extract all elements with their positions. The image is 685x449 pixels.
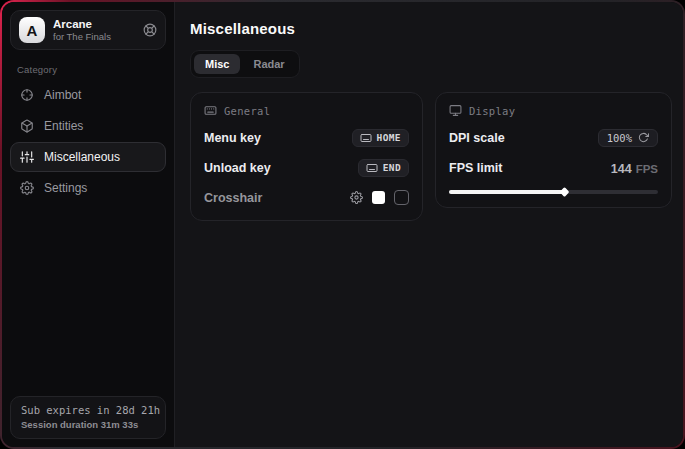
keyboard-icon <box>366 162 378 174</box>
life-buoy-icon[interactable] <box>143 23 157 37</box>
sliders-icon <box>20 150 34 164</box>
app-logo: A <box>19 17 45 43</box>
sidebar: A Arcane for The Finals Category Aimbot <box>2 2 175 447</box>
page-title: Miscellaneous <box>190 20 672 37</box>
sidebar-nav: Aimbot Entities Miscellaneous <box>10 80 166 203</box>
sidebar-item-miscellaneous[interactable]: Miscellaneous <box>10 142 166 172</box>
sidebar-item-aimbot[interactable]: Aimbot <box>10 80 166 110</box>
app-window: A Arcane for The Finals Category Aimbot <box>2 2 683 447</box>
session-duration-text: Session duration 31m 33s <box>21 419 155 430</box>
sidebar-item-label: Aimbot <box>44 88 81 102</box>
card-title: Display <box>469 105 515 117</box>
main-panel: Miscellaneous Misc Radar General Menu ke… <box>175 2 683 447</box>
fps-limit-row: FPS limit 144FPS <box>449 158 658 177</box>
crosshair-color-swatch[interactable] <box>372 191 385 204</box>
crosshair-row: Crosshair <box>204 188 409 207</box>
fps-limit-unit: FPS <box>636 163 658 175</box>
sidebar-item-label: Entities <box>44 119 83 133</box>
fps-limit-slider[interactable] <box>449 190 658 194</box>
monitor-icon <box>449 104 462 117</box>
menu-key-value: HOME <box>377 132 401 143</box>
menu-key-label: Menu key <box>204 131 261 145</box>
tab-misc[interactable]: Misc <box>194 54 240 74</box>
fps-slider-thumb[interactable] <box>559 187 569 197</box>
fps-limit-label: FPS limit <box>449 161 502 175</box>
general-card: General Menu key HOME Unload key <box>190 92 423 221</box>
crosshair-icon <box>20 88 34 102</box>
tab-radar[interactable]: Radar <box>242 54 295 74</box>
fps-limit-value: 144 <box>611 162 632 176</box>
subscription-card: Sub expires in 28d 21h Session duration … <box>10 396 166 439</box>
refresh-icon <box>638 132 649 143</box>
app-name: Arcane <box>53 17 111 31</box>
keyboard-icon <box>204 104 217 117</box>
display-card: Display DPI scale 100% FPS limit <box>435 92 672 208</box>
crosshair-label: Crosshair <box>204 191 262 205</box>
sub-expiry-text: Sub expires in 28d 21h <box>21 404 155 416</box>
dpi-scale-value: 100% <box>607 132 632 144</box>
menu-key-row: Menu key HOME <box>204 128 409 147</box>
unload-key-label: Unload key <box>204 161 271 175</box>
sidebar-item-label: Settings <box>44 181 87 195</box>
box-icon <box>20 119 34 133</box>
window-frame: A Arcane for The Finals Category Aimbot <box>0 0 685 449</box>
menu-key-button[interactable]: HOME <box>352 129 409 147</box>
unload-key-value: END <box>383 162 401 173</box>
dpi-scale-label: DPI scale <box>449 131 505 145</box>
card-title: General <box>224 105 270 117</box>
keyboard-icon <box>360 132 372 144</box>
sidebar-item-label: Miscellaneous <box>44 150 120 164</box>
sidebar-item-entities[interactable]: Entities <box>10 111 166 141</box>
dpi-scale-row: DPI scale 100% <box>449 128 658 147</box>
sidebar-item-settings[interactable]: Settings <box>10 173 166 203</box>
brand-card: A Arcane for The Finals <box>10 10 166 50</box>
app-subtitle: for The Finals <box>53 31 111 43</box>
crosshair-checkbox[interactable] <box>394 190 409 205</box>
dpi-scale-select[interactable]: 100% <box>598 129 658 147</box>
tab-bar: Misc Radar <box>190 50 300 78</box>
unload-key-button[interactable]: END <box>358 159 409 177</box>
gear-icon[interactable] <box>350 191 363 204</box>
gear-icon <box>20 181 34 195</box>
unload-key-row: Unload key END <box>204 158 409 177</box>
fps-slider-fill <box>449 190 564 194</box>
category-label: Category <box>17 64 160 75</box>
